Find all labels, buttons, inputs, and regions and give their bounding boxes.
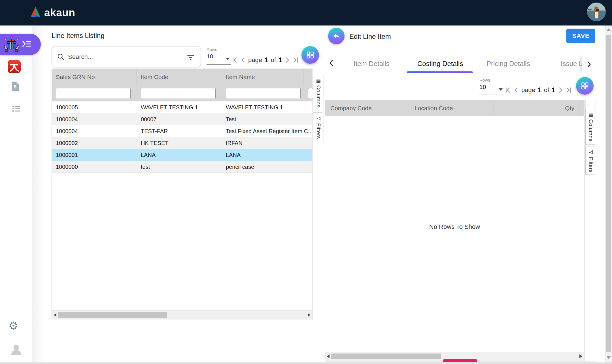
horizontal-scrollbar[interactable] [52,310,312,320]
last-page-button[interactable] [292,57,299,63]
table-row-selected[interactable]: 1000001 LANA LANA [52,149,312,161]
of-word: of [271,56,276,64]
scroll-up-arrow[interactable] [607,28,611,31]
sidebar [0,25,32,364]
tab-costing-details[interactable]: Costing Details [417,60,463,68]
svg-text:$: $ [14,84,16,89]
vertical-scrollbar-thumb[interactable] [606,35,611,352]
scroll-left-arrow[interactable] [54,313,56,317]
chevron-down-icon [226,58,230,60]
back-arrow-icon [332,32,340,40]
active-app-pill[interactable]: ★ ★ ★ [0,34,41,55]
gift-app-icon: ★ ★ ★ [3,36,20,53]
grid-view-button-detail[interactable] [576,77,594,95]
empty-table-message: No Rows To Show [325,223,584,231]
detail-tabs: Item Details Costing Details Pricing Det… [325,55,596,73]
scroll-right-arrow[interactable] [579,354,582,358]
filter-input-item-code[interactable] [141,88,216,99]
total-pages: 1 [279,56,282,64]
table-header: Company Code Location Code Qty [325,100,584,116]
filters-side-tab-detail[interactable]: Filters [585,146,596,174]
profile-icon[interactable] [11,344,22,355]
columns-side-tab-detail[interactable]: Columns [585,109,596,145]
sidebar-item-red-app[interactable] [8,60,21,73]
filter-input-item-name[interactable] [226,88,301,99]
scroll-right-arrow[interactable] [308,313,310,317]
columns-icon [316,79,321,83]
svg-text:★: ★ [4,37,7,41]
page-horizontal-scrollbar[interactable] [0,362,612,364]
page-title: Line Items Listing [52,32,105,40]
grid-view-button[interactable] [301,46,319,64]
search-box[interactable] [52,46,201,67]
table-header: Sales GRN No Item Code Item Name [52,69,312,85]
save-button[interactable]: SAVE [566,29,595,43]
grid-icon [307,51,314,59]
settings-gear-icon[interactable]: ⚙ [8,320,18,332]
table-row[interactable]: 1000002 HK TESET IRFAN [52,137,312,149]
brand-logo[interactable]: akaun [29,6,75,20]
search-icon [57,53,65,61]
filter-list-icon[interactable] [186,53,195,61]
tabs-scroll-right[interactable] [582,55,596,73]
line-items-table: Sales GRN No Item Code Item Name 1000005… [52,69,313,320]
funnel-icon [588,150,593,155]
funnel-icon [316,116,321,121]
tab-issue-link[interactable]: Issue Li [561,60,584,68]
col-header-sales-grn-no[interactable]: Sales GRN No [56,69,95,85]
pagination: page 1 of 1 [232,54,299,66]
col-header-item-code[interactable]: Item Code [141,69,168,85]
previous-page-button[interactable] [241,57,246,63]
previous-page-button[interactable] [514,87,519,93]
col-header-qty[interactable]: Qty [554,100,574,116]
rows-label: Rows [207,47,233,52]
scroll-left-arrow[interactable] [327,354,330,358]
pagination-detail: page 1 of 1 [505,84,572,96]
table-row[interactable]: 1000005 WAVELET TESTING 1 WAVELET TESTIN… [52,101,312,113]
filter-input-sales-grn-no[interactable] [56,88,131,99]
scroll-down-arrow[interactable] [607,356,611,359]
back-button[interactable] [328,28,345,44]
first-page-button[interactable] [232,57,238,63]
col-header-location-code[interactable]: Location Code [415,100,453,116]
filter-input-partial[interactable] [308,88,313,99]
columns-icon [588,113,593,117]
next-page-button[interactable] [285,57,290,63]
scrollbar-thumb[interactable] [331,354,441,359]
active-tab-underline [407,71,473,73]
sidebar-item-listing[interactable] [12,105,20,112]
top-navbar: akaun [0,0,612,25]
filters-side-tab[interactable]: Filters [313,112,324,141]
column-filter-row [52,85,312,101]
col-header-item-name[interactable]: Item Name [226,69,255,85]
brand-name: akaun [44,7,75,19]
costing-table: Company Code Location Code Qty No Rows T… [325,100,585,361]
tabs-scroll-left-icon[interactable] [329,59,333,67]
app-root: akaun ★ ★ ★ [0,0,612,364]
current-page-number: 1 [265,56,268,64]
panel-divider [324,25,324,364]
search-input[interactable] [68,53,186,61]
list-icon [12,105,20,112]
rows-per-page-select-detail[interactable]: Rows 10 [479,78,505,90]
sidebar-item-billing[interactable]: $ [12,81,19,91]
svg-text:★: ★ [16,37,19,41]
rows-per-page-select[interactable]: Rows 10 [207,47,233,60]
table-row[interactable]: 1000004 00007 Test [52,113,312,125]
col-header-company-code[interactable]: Company Code [330,100,372,116]
columns-side-tab[interactable]: Columns [313,75,324,111]
tabs-scroll-right-icon [587,61,591,68]
user-avatar[interactable] [587,3,606,21]
sidebar-toggle-icon[interactable] [22,40,32,49]
invoice-doc-icon: $ [12,81,19,91]
person-icon [11,344,22,355]
tab-pricing-details[interactable]: Pricing Details [486,60,530,68]
tab-item-details[interactable]: Item Details [354,60,390,68]
scrollbar-thumb[interactable] [58,312,167,318]
last-page-button[interactable] [566,87,572,93]
table-row[interactable]: 1000004 TEST-FAR Test Fixed Asset Regist… [52,125,312,137]
next-page-button[interactable] [558,87,563,93]
table-row[interactable]: 1000000 test pencil case [52,161,312,173]
chevron-down-icon [499,88,503,91]
first-page-button[interactable] [505,87,511,93]
